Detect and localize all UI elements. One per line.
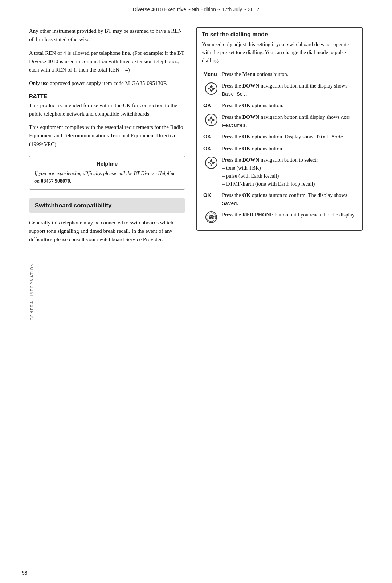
svg-marker-3 xyxy=(210,85,213,87)
nav-down-icon-1 xyxy=(205,82,218,95)
paragraph-rtte-2: This equipment complies with the essenti… xyxy=(29,123,185,149)
text-ok3: Press the OK options button. xyxy=(221,143,357,155)
text-ok4: Press the OK options button to confirm. … xyxy=(221,190,357,209)
side-label: GENERAL INFORMATION xyxy=(30,263,34,320)
instruction-row-ok4: OK Press the OK options button to confir… xyxy=(202,190,357,209)
icon-phone: ☎ xyxy=(202,209,221,228)
right-column: To set the dialling mode You need only a… xyxy=(196,27,363,249)
paragraph-switchboard: Generally this telephone may be connecte… xyxy=(29,219,185,244)
instruction-row-menu: Menu Press the Menu options button. xyxy=(202,69,357,80)
header-title: Diverse 4010 Executive ~ 9th Edition ~ 1… xyxy=(133,7,259,12)
svg-marker-14 xyxy=(213,161,215,164)
svg-point-17 xyxy=(210,161,213,164)
svg-text:☎: ☎ xyxy=(208,214,215,220)
label-menu: Menu xyxy=(202,69,221,80)
instruction-row-nav1: Press the DOWN navigation button until t… xyxy=(202,80,357,100)
text-nav2: Press the DOWN navigation button until d… xyxy=(221,112,357,131)
label-ok3: OK xyxy=(202,143,221,155)
paragraph-rtte-1: This product is intended for use within … xyxy=(29,101,185,118)
icon-nav1 xyxy=(202,80,221,100)
page-header: Diverse 4010 Executive ~ 9th Edition ~ 1… xyxy=(0,0,392,16)
list-item-pulse: pulse (with Earth Recall) xyxy=(222,172,356,180)
helpline-box: Helpline If you are experiencing difficu… xyxy=(29,156,185,190)
nav-down-icon-3 xyxy=(205,156,218,169)
svg-marker-2 xyxy=(213,87,215,90)
text-ok2: Press the OK options button. Display sho… xyxy=(221,131,357,143)
instruction-row-phone: ☎ Press the RED PHONE button until you r… xyxy=(202,209,357,228)
dialling-box-title: To set the dialling mode xyxy=(202,31,357,38)
paragraph-ren-1: Any other instrument provided by BT may … xyxy=(29,27,185,44)
svg-marker-1 xyxy=(208,87,209,90)
list-item-tone: tone (with TBR) xyxy=(222,164,356,172)
text-phone: Press the RED PHONE button until you rea… xyxy=(221,209,357,228)
helpline-text: If you are experiencing difficulty, plea… xyxy=(34,170,180,185)
left-column: Any other instrument provided by BT may … xyxy=(29,27,185,249)
label-ok4: OK xyxy=(202,190,221,209)
dialling-box: To set the dialling mode You need only a… xyxy=(196,27,363,231)
switchboard-section: Switchboard compatibility xyxy=(29,198,185,213)
icon-nav2 xyxy=(202,112,221,131)
nav-down-icon-2 xyxy=(205,113,218,126)
label-ok1: OK xyxy=(202,100,221,112)
svg-marker-16 xyxy=(210,165,213,166)
svg-marker-10 xyxy=(210,122,213,124)
text-nav1: Press the DOWN navigation button until t… xyxy=(221,80,357,100)
svg-marker-13 xyxy=(208,161,209,164)
svg-marker-8 xyxy=(213,118,215,121)
svg-marker-9 xyxy=(210,116,213,118)
svg-marker-7 xyxy=(208,118,209,121)
text-nav3: Press the DOWN navigation button to sele… xyxy=(221,154,357,190)
svg-marker-4 xyxy=(210,90,213,92)
red-phone-icon: ☎ xyxy=(205,211,217,223)
svg-point-11 xyxy=(210,118,213,121)
svg-marker-15 xyxy=(210,159,213,161)
paragraph-power-supply: Only use approved power supply item code… xyxy=(29,79,185,88)
rtte-heading: R&TTE xyxy=(29,93,185,99)
dialling-intro: You need only adjust this setting if you… xyxy=(202,41,357,64)
list-item-dtmf: DTMF-Earth (tone with Earth loop recall) xyxy=(222,180,356,188)
selection-list: tone (with TBR) pulse (with Earth Recall… xyxy=(222,164,356,188)
instruction-table: Menu Press the Menu options button. xyxy=(202,69,357,228)
icon-nav3 xyxy=(202,154,221,190)
instruction-row-nav3: Press the DOWN navigation button to sele… xyxy=(202,154,357,190)
helpline-title: Helpline xyxy=(34,161,180,167)
text-menu: Press the Menu options button. xyxy=(221,69,357,80)
instruction-row-ok3: OK Press the OK options button. xyxy=(202,143,357,155)
text-ok1: Press the OK options button. xyxy=(221,100,357,112)
label-ok2: OK xyxy=(202,131,221,143)
svg-point-5 xyxy=(210,87,213,90)
page-number: 58 xyxy=(22,570,28,576)
instruction-row-ok1: OK Press the OK options button. xyxy=(202,100,357,112)
paragraph-ren-2: A total REN of 4 is allowed per telephon… xyxy=(29,49,185,74)
instruction-row-nav2: Press the DOWN navigation button until d… xyxy=(202,112,357,131)
instruction-row-ok2: OK Press the OK options button. Display … xyxy=(202,131,357,143)
switchboard-title: Switchboard compatibility xyxy=(35,202,179,209)
